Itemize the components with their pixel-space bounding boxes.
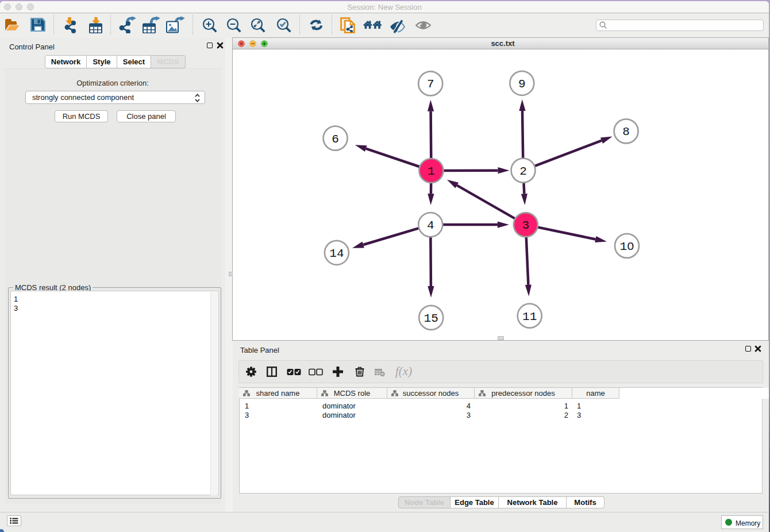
svg-text:8: 8	[622, 125, 630, 138]
svg-text:3: 3	[522, 219, 529, 232]
svg-text:6: 6	[332, 133, 339, 146]
svg-text:14: 14	[329, 247, 344, 260]
svg-text:11: 11	[522, 310, 537, 323]
svg-text:1: 1	[428, 165, 435, 178]
svg-text:4: 4	[427, 219, 434, 232]
svg-text:15: 15	[424, 312, 438, 325]
svg-text:9: 9	[518, 78, 526, 91]
svg-text:2: 2	[519, 165, 527, 178]
svg-text:7: 7	[427, 78, 434, 91]
